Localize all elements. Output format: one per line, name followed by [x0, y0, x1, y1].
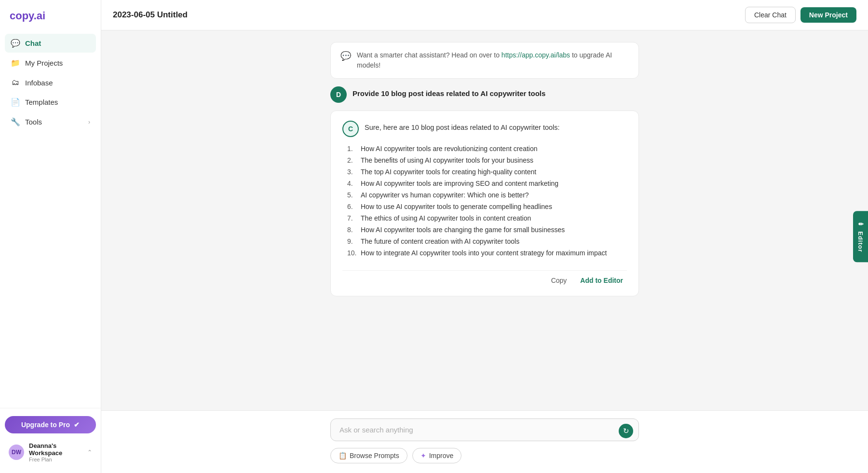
- list-item: 10.How to integrate AI copywriter tools …: [347, 247, 627, 259]
- user-chevron-icon: ⌃: [87, 449, 92, 456]
- sidebar-item-templates-label: Templates: [25, 98, 58, 106]
- sidebar-item-my-projects[interactable]: 📁 My Projects: [5, 54, 96, 72]
- refresh-icon: ↻: [623, 427, 629, 435]
- input-wrapper: ↻: [330, 418, 639, 443]
- user-message-avatar: D: [330, 86, 347, 103]
- chat-area: 💬 Want a smarter chat assistant? Head on…: [101, 30, 868, 410]
- copy-button[interactable]: Copy: [547, 275, 571, 286]
- ai-avatar: C: [342, 121, 359, 137]
- sidebar-item-chat[interactable]: 💬 Chat: [5, 34, 96, 53]
- ai-response-header: C Sure, here are 10 blog post ideas rela…: [342, 121, 627, 137]
- tools-arrow-icon: ›: [88, 119, 90, 125]
- user-info[interactable]: DW Deanna's Workspace Free Plan ⌃: [5, 439, 96, 465]
- ai-intro-text: Sure, here are 10 blog post ideas relate…: [365, 121, 560, 131]
- sidebar-bottom: Upgrade to Pro ✔ DW Deanna's Workspace F…: [0, 408, 101, 473]
- sidebar-item-tools[interactable]: 🔧 Tools ›: [5, 112, 96, 131]
- input-actions: 📋 Browse Prompts ✦ Improve: [330, 448, 639, 463]
- user-details: Deanna's Workspace Free Plan: [29, 442, 82, 462]
- topbar: 2023-06-05 Untitled Clear Chat New Proje…: [101, 0, 868, 30]
- logo-text: copy.ai: [10, 10, 45, 22]
- avatar: DW: [9, 445, 24, 460]
- list-item: 9.The future of content creation with AI…: [347, 236, 627, 247]
- chat-inner: 💬 Want a smarter chat assistant? Head on…: [330, 42, 639, 296]
- sidebar-item-chat-label: Chat: [25, 39, 41, 47]
- list-item: 4.How AI copywriter tools are improving …: [347, 178, 627, 189]
- clear-chat-button[interactable]: Clear Chat: [745, 7, 796, 23]
- chat-icon: 💬: [11, 39, 20, 48]
- upgrade-check-icon: ✔: [74, 421, 80, 429]
- browse-label: Browse Prompts: [350, 452, 399, 459]
- list-item: 2.The benefits of using AI copywriter to…: [347, 154, 627, 166]
- projects-icon: 📁: [11, 58, 20, 68]
- pencil-icon: ✏: [857, 221, 864, 228]
- sidebar-item-templates[interactable]: 📄 Templates: [5, 93, 96, 111]
- sidebar-nav: 💬 Chat 📁 My Projects 🗂 Infobase 📄 Templa…: [0, 34, 101, 408]
- list-item: 5.AI copywriter vs human copywriter: Whi…: [347, 189, 627, 201]
- list-item: 7.The ethics of using AI copywriter tool…: [347, 212, 627, 224]
- browse-icon: 📋: [339, 452, 347, 459]
- send-button[interactable]: ↻: [619, 424, 633, 438]
- user-message-text: Provide 10 blog post ideas related to AI…: [353, 86, 545, 97]
- message-icon: 💬: [340, 51, 351, 61]
- page-title: 2023-06-05 Untitled: [113, 10, 188, 20]
- info-banner-text: Want a smarter chat assistant? Head on o…: [357, 50, 629, 70]
- new-project-button[interactable]: New Project: [800, 7, 856, 23]
- improve-icon: ✦: [420, 452, 426, 459]
- sidebar-item-infobase-label: Infobase: [25, 79, 53, 87]
- ai-response: C Sure, here are 10 blog post ideas rela…: [330, 111, 639, 296]
- sidebar: copy.ai 💬 Chat 📁 My Projects 🗂 Infobase …: [0, 0, 101, 473]
- upgrade-button[interactable]: Upgrade to Pro ✔: [5, 416, 96, 433]
- user-name: Deanna's Workspace: [29, 442, 82, 457]
- editor-tab[interactable]: ✏ Editor: [853, 211, 868, 262]
- list-item: 6.How to use AI copywriter tools to gene…: [347, 201, 627, 212]
- sidebar-item-tools-label: Tools: [25, 118, 42, 126]
- input-area: ↻ 📋 Browse Prompts ✦ Improve: [101, 410, 868, 473]
- ai-response-list: 1.How AI copywriter tools are revolution…: [342, 143, 627, 259]
- list-item: 8.How AI copywriter tools are changing t…: [347, 224, 627, 236]
- browse-prompts-button[interactable]: 📋 Browse Prompts: [330, 448, 407, 463]
- sidebar-item-my-projects-label: My Projects: [25, 59, 63, 67]
- sidebar-item-infobase[interactable]: 🗂 Infobase: [5, 73, 96, 92]
- improve-label: Improve: [429, 452, 454, 459]
- upgrade-label: Upgrade to Pro: [21, 421, 70, 429]
- chat-input[interactable]: [330, 418, 639, 441]
- info-link[interactable]: https://app.copy.ai/labs: [502, 51, 570, 59]
- add-to-editor-button[interactable]: Add to Editor: [576, 275, 627, 286]
- infobase-icon: 🗂: [11, 78, 20, 87]
- list-item: 1.How AI copywriter tools are revolution…: [347, 143, 627, 154]
- topbar-actions: Clear Chat New Project: [745, 7, 856, 23]
- user-plan: Free Plan: [29, 457, 82, 462]
- user-message: D Provide 10 blog post ideas related to …: [330, 86, 639, 103]
- editor-tab-label: Editor: [857, 231, 864, 252]
- logo: copy.ai: [0, 0, 101, 34]
- main-content: 2023-06-05 Untitled Clear Chat New Proje…: [101, 0, 868, 473]
- improve-button[interactable]: ✦ Improve: [412, 448, 462, 463]
- ai-response-actions: Copy Add to Editor: [342, 270, 627, 286]
- tools-icon: 🔧: [11, 117, 20, 126]
- templates-icon: 📄: [11, 97, 20, 107]
- list-item: 3.The top AI copywriter tools for creati…: [347, 166, 627, 178]
- info-banner: 💬 Want a smarter chat assistant? Head on…: [330, 42, 639, 79]
